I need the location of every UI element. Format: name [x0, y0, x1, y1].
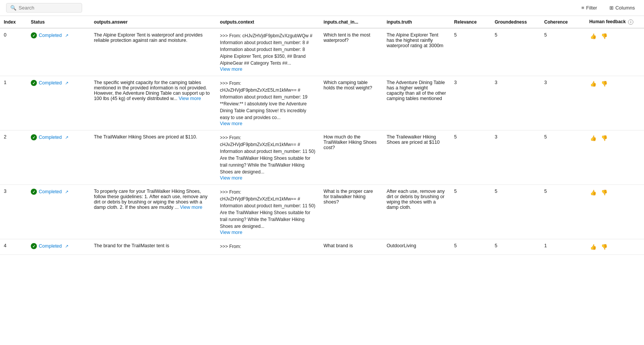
feedback-icons: 👍 👎 [589, 243, 640, 251]
cell-truth: The Trailewalker Hiking Shoes are priced… [383, 130, 450, 185]
answer-text: The TrailWalker Hiking Shoes are priced … [94, 134, 197, 140]
feedback-icons: 👍 👎 [589, 134, 640, 142]
cell-status: Completed ↗ [27, 76, 90, 130]
cell-context: >>> From: cHJvZHVjdF9pbmZvXzExLm1kMw== #… [216, 185, 320, 239]
thumbs-down-button[interactable]: 👎 [600, 80, 608, 87]
col-header-human-feedback: Human feedback i [585, 16, 644, 28]
cell-human-feedback: 👍 👎 [585, 185, 644, 239]
context-view-more-link[interactable]: View more [220, 67, 243, 72]
external-link-icon[interactable]: ↗ [65, 33, 68, 38]
search-box[interactable]: 🔍 [6, 3, 82, 13]
col-header-truth: inputs.truth [383, 16, 450, 28]
filter-icon: ≡ [581, 5, 584, 11]
cell-status: Completed ↗ [27, 185, 90, 239]
cell-groundedness: 5 [491, 239, 540, 255]
thumbs-up-button[interactable]: 👍 [589, 243, 597, 251]
thumbs-down-button[interactable]: 👎 [600, 134, 608, 142]
table-row: 2 Completed ↗ The TrailWalker Hiking Sho… [0, 130, 644, 185]
columns-label: Columns [615, 5, 635, 11]
cell-coherence: 1 [540, 239, 585, 255]
status-text: Completed [39, 80, 62, 86]
cell-context: >>> From: cHJvZHVjdF9pbmZvXzgubWQw # Inf… [216, 28, 320, 76]
thumbs-up-button[interactable]: 👍 [589, 80, 597, 87]
status-badge: Completed ↗ [31, 134, 86, 140]
cell-status: Completed ↗ [27, 239, 90, 255]
thumbs-up-button[interactable]: 👍 [589, 32, 597, 40]
cell-status: Completed ↗ [27, 28, 90, 76]
cell-relevance: 5 [450, 185, 491, 239]
top-bar: 🔍 ≡ Filter ⊞ Columns [0, 0, 644, 16]
cell-status: Completed ↗ [27, 130, 90, 185]
cell-index: 1 [0, 76, 27, 130]
cell-truth: The Adventure Dining Table has a higher … [383, 76, 450, 130]
context-text: >>> From: cHJvZHVjdF9pbmZvXzExLm1kMw== #… [220, 135, 316, 175]
table-container: Index Status outputs.answer outputs.cont… [0, 16, 644, 255]
feedback-icons: 👍 👎 [589, 80, 640, 87]
cell-coherence: 3 [540, 76, 585, 130]
cell-truth: OutdoorLiving [383, 239, 450, 255]
thumbs-down-button[interactable]: 👎 [600, 189, 608, 196]
cell-context: >>> From: [216, 239, 320, 255]
cell-answer: The brand for the TrailMaster tent is [90, 239, 216, 255]
completed-icon [31, 189, 37, 195]
cell-coherence: 5 [540, 130, 585, 185]
cell-relevance: 5 [450, 239, 491, 255]
answer-view-more-link[interactable]: View more [180, 205, 202, 210]
context-text: >>> From: cHJvZHVjdF9pbmZvXzExLm1kMw== #… [220, 189, 316, 229]
cell-groundedness: 5 [491, 28, 540, 76]
external-link-icon[interactable]: ↗ [65, 244, 68, 249]
search-input[interactable] [19, 5, 72, 11]
answer-view-more-link[interactable]: View more [179, 96, 201, 101]
status-badge: Completed ↗ [31, 189, 86, 195]
status-text: Completed [39, 33, 62, 38]
cell-context: >>> From: cHJvZHVjdF9pbmZvXzE5Lm1kMw== #… [216, 76, 320, 130]
table-row: 0 Completed ↗ The Alpine Explorer Tent i… [0, 28, 644, 76]
context-text: >>> From: cHJvZHVjdF9pbmZvXzE5Lm1kMw== #… [220, 81, 308, 120]
external-link-icon[interactable]: ↗ [65, 135, 68, 140]
completed-icon [31, 243, 37, 249]
status-text: Completed [39, 243, 62, 249]
cell-human-feedback: 👍 👎 [585, 28, 644, 76]
cell-context: >>> From: cHJvZHVjdF9pbmZvXzExLm1kMw== #… [216, 130, 320, 185]
cell-chat-input: Which tent is the most waterproof? [320, 28, 383, 76]
cell-answer: The TrailWalker Hiking Shoes are priced … [90, 130, 216, 185]
col-header-groundedness: Groundedness [491, 16, 540, 28]
columns-button[interactable]: ⊞ Columns [606, 3, 638, 12]
col-header-status: Status [27, 16, 90, 28]
cell-index: 2 [0, 130, 27, 185]
external-link-icon[interactable]: ↗ [65, 189, 68, 194]
cell-relevance: 5 [450, 130, 491, 185]
cell-answer: To properly care for your TrailWalker Hi… [90, 185, 216, 239]
table-row: 3 Completed ↗ To properly care for your … [0, 185, 644, 239]
cell-groundedness: 5 [491, 185, 540, 239]
filter-button[interactable]: ≡ Filter [578, 3, 600, 12]
completed-icon [31, 32, 37, 38]
cell-human-feedback: 👍 👎 [585, 239, 644, 255]
cell-truth: The Alpine Explorer Tent has the highest… [383, 28, 450, 76]
cell-relevance: 5 [450, 28, 491, 76]
context-view-more-link[interactable]: View more [220, 230, 243, 235]
context-view-more-link[interactable]: View more [220, 175, 243, 181]
cell-index: 4 [0, 239, 27, 255]
cell-index: 0 [0, 28, 27, 76]
status-text: Completed [39, 135, 62, 140]
thumbs-down-button[interactable]: 👎 [600, 243, 608, 251]
cell-coherence: 5 [540, 28, 585, 76]
filter-label: Filter [586, 5, 597, 11]
status-text: Completed [39, 189, 62, 194]
context-view-more-link[interactable]: View more [220, 121, 243, 126]
human-feedback-info-icon[interactable]: i [628, 19, 633, 25]
col-header-relevance: Relevance [450, 16, 491, 28]
thumbs-up-button[interactable]: 👍 [589, 189, 597, 196]
cell-human-feedback: 👍 👎 [585, 130, 644, 185]
col-header-chat: inputs.chat_in... [320, 16, 383, 28]
table-header-row: Index Status outputs.answer outputs.cont… [0, 16, 644, 28]
completed-icon [31, 80, 37, 86]
cell-groundedness: 3 [491, 76, 540, 130]
cell-truth: After each use, remove any dirt or debri… [383, 185, 450, 239]
thumbs-down-button[interactable]: 👎 [600, 32, 608, 40]
context-text: >>> From: cHJvZHVjdF9pbmZvXzgubWQw # Inf… [220, 33, 312, 66]
cell-chat-input: What is the proper care for trailwalker … [320, 185, 383, 239]
thumbs-up-button[interactable]: 👍 [589, 134, 597, 142]
external-link-icon[interactable]: ↗ [65, 81, 68, 86]
